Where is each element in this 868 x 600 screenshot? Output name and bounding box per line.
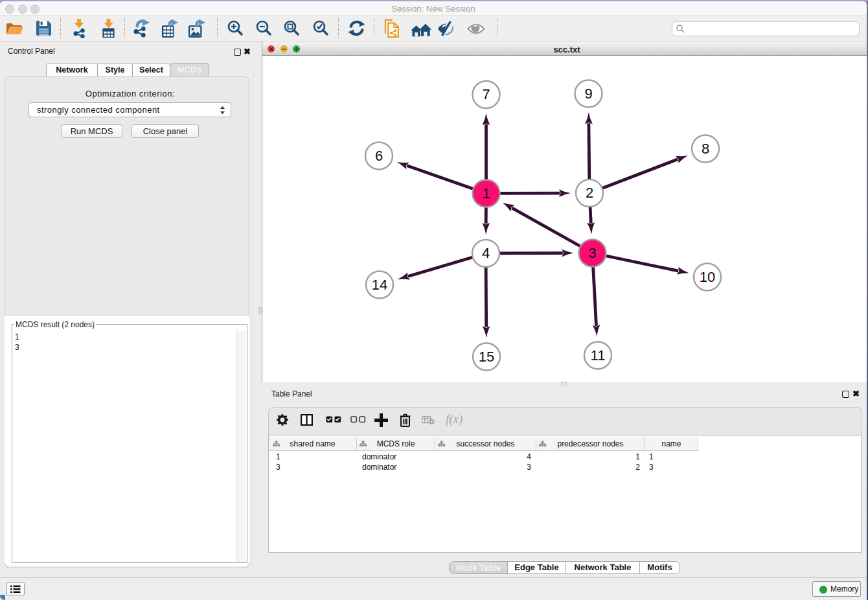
svg-text:8: 8 bbox=[702, 141, 709, 157]
svg-text:3: 3 bbox=[588, 245, 596, 261]
svg-text:11: 11 bbox=[591, 347, 606, 363]
svg-text:15: 15 bbox=[479, 349, 494, 365]
svg-text:6: 6 bbox=[375, 148, 383, 164]
svg-text:14: 14 bbox=[372, 277, 387, 293]
svg-text:9: 9 bbox=[584, 86, 592, 102]
svg-text:4: 4 bbox=[482, 245, 490, 261]
svg-text:10: 10 bbox=[700, 269, 715, 285]
svg-text:7: 7 bbox=[482, 86, 490, 102]
svg-text:2: 2 bbox=[586, 185, 593, 201]
svg-text:1: 1 bbox=[482, 185, 490, 202]
